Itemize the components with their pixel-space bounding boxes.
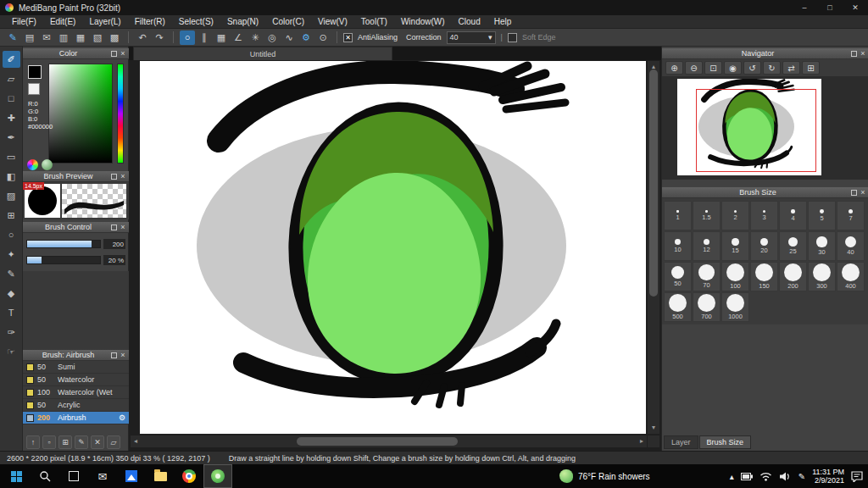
- brush-item-watercolor-wet[interactable]: 100 Watercolor (Wet: [23, 386, 129, 399]
- horizontal-scroll-thumb[interactable]: [297, 437, 458, 446]
- brush-mode-icon[interactable]: ✎: [5, 30, 20, 45]
- horizontal-scrollbar[interactable]: ◂ ▸: [131, 435, 647, 447]
- draw-tool[interactable]: ✑: [3, 324, 20, 341]
- duplicate-brush-button[interactable]: ⊞: [58, 435, 72, 449]
- brush-size-option[interactable]: 50: [664, 262, 692, 291]
- minimize-button[interactable]: –: [792, 0, 817, 15]
- snap-vanishing-button[interactable]: ∠: [231, 30, 246, 45]
- brush-size-option[interactable]: 3: [750, 201, 778, 230]
- brush-size-option[interactable]: 40: [837, 231, 865, 261]
- maximize-button[interactable]: □: [817, 0, 843, 15]
- navigator-view-rectangle[interactable]: [696, 89, 816, 172]
- redo-button[interactable]: ↷: [152, 30, 167, 45]
- menu-help[interactable]: Help: [487, 17, 519, 26]
- palette-icon[interactable]: [42, 159, 53, 170]
- brush-size-option[interactable]: 70: [693, 262, 721, 291]
- document-tab[interactable]: Untitled: [133, 47, 392, 60]
- photos-app-button[interactable]: [117, 464, 146, 488]
- tab-layer[interactable]: Layer: [664, 435, 698, 449]
- flip-view-button[interactable]: ⇄: [782, 61, 800, 75]
- close-icon[interactable]: ×: [860, 50, 866, 57]
- menu-window[interactable]: Window(W): [394, 17, 452, 26]
- brush-size-option[interactable]: 700: [693, 292, 721, 322]
- menu-filter[interactable]: Filter(R): [128, 17, 172, 26]
- shape-tool[interactable]: ▭: [3, 148, 20, 165]
- popout-icon[interactable]: [111, 51, 117, 57]
- edit-brush-button[interactable]: ✎: [75, 435, 88, 449]
- delete-brush-button[interactable]: ✕: [91, 435, 104, 449]
- hand-tool[interactable]: ☞: [3, 343, 20, 360]
- layout-icon[interactable]: ▩: [107, 30, 122, 45]
- snap-circle-button[interactable]: ◎: [264, 30, 280, 45]
- brush-size-slider[interactable]: [26, 240, 101, 248]
- undo-button[interactable]: ↶: [135, 30, 150, 45]
- vertical-scroll-thumb[interactable]: [649, 69, 658, 297]
- brush-item-sumi[interactable]: 50 Sumi: [23, 361, 129, 374]
- brush-size-option[interactable]: 1000: [721, 292, 749, 322]
- taskbar-clock[interactable]: 11:31 PM 2/9/2021: [812, 468, 844, 485]
- popout-icon[interactable]: [111, 225, 117, 230]
- hue-slider[interactable]: [117, 64, 124, 164]
- background-color-swatch[interactable]: [28, 83, 40, 95]
- stamp-tool[interactable]: ◆: [3, 285, 20, 302]
- medibang-taskbar-button[interactable]: [203, 464, 232, 488]
- brush-size-option[interactable]: 5: [808, 201, 836, 230]
- close-icon[interactable]: ×: [120, 173, 126, 180]
- menu-edit[interactable]: Edit(E): [43, 17, 83, 26]
- comment-icon[interactable]: ✉: [39, 30, 54, 45]
- antialiasing-checkbox[interactable]: ✕: [343, 33, 353, 42]
- menu-layer[interactable]: Layer(L): [82, 17, 127, 26]
- brush-item-acrylic[interactable]: 50 Acrylic: [23, 399, 129, 412]
- lasso-tool[interactable]: ○: [3, 226, 20, 243]
- brush-size-option[interactable]: 100: [721, 262, 749, 291]
- chrome-button[interactable]: [175, 464, 203, 488]
- popout-icon[interactable]: [111, 174, 117, 180]
- canvas[interactable]: [140, 61, 646, 434]
- eraser-tool[interactable]: ▱: [3, 70, 20, 87]
- mail-app-button[interactable]: ✉: [88, 464, 117, 488]
- menu-snap[interactable]: Snap(N): [220, 17, 265, 26]
- fit-view-button[interactable]: ⊡: [704, 61, 722, 75]
- popout-icon[interactable]: [851, 190, 857, 196]
- gradient-tool[interactable]: ▨: [3, 187, 20, 204]
- brush-opacity-slider[interactable]: [26, 256, 101, 264]
- brush-item-watercolor[interactable]: 50 Watercolor: [23, 374, 129, 386]
- menu-cloud[interactable]: Cloud: [452, 17, 487, 26]
- search-button[interactable]: [31, 464, 59, 488]
- soft-edge-checkbox[interactable]: [508, 33, 517, 42]
- new-brush-button[interactable]: ▫: [42, 435, 56, 449]
- settings-button[interactable]: ⊙: [315, 30, 331, 45]
- start-button[interactable]: [2, 464, 31, 488]
- close-icon[interactable]: ×: [120, 50, 126, 57]
- scroll-left-icon[interactable]: ◂: [131, 435, 141, 447]
- zoom-in-button[interactable]: ⊕: [665, 61, 683, 75]
- rotate-ccw-button[interactable]: ↺: [743, 61, 761, 75]
- scroll-down-icon[interactable]: ▾: [648, 422, 659, 434]
- move-tool[interactable]: ✚: [3, 109, 20, 126]
- menu-tool[interactable]: Tool(T): [354, 17, 394, 26]
- tab-brush-size[interactable]: Brush Size: [699, 435, 752, 449]
- hidden-icons-chevron[interactable]: ▴: [730, 472, 734, 481]
- pen-tool[interactable]: ✒: [3, 129, 20, 146]
- save-icon[interactable]: ▤: [22, 30, 37, 45]
- sync-up-button[interactable]: ↑: [26, 435, 40, 449]
- brush-size-option[interactable]: 2: [721, 201, 749, 230]
- correction-select[interactable]: 40 ▾: [447, 31, 496, 44]
- text-tool[interactable]: T: [3, 304, 20, 321]
- brush-size-option[interactable]: 30: [808, 231, 836, 261]
- snap-off-button[interactable]: ○: [180, 30, 195, 45]
- marquee-select-tool[interactable]: □: [3, 90, 20, 107]
- color-wheel-icon[interactable]: [27, 159, 38, 170]
- navigator-thumbnail[interactable]: [677, 79, 821, 175]
- zoom-out-button[interactable]: ⊖: [685, 61, 703, 75]
- brush-size-option[interactable]: 300: [808, 262, 836, 291]
- brush-size-option[interactable]: 7: [837, 201, 865, 230]
- battery-icon[interactable]: [741, 473, 753, 480]
- close-icon[interactable]: ×: [120, 352, 126, 358]
- brush-tool[interactable]: ✐: [3, 51, 20, 68]
- snap-settings-button[interactable]: ⚙: [298, 30, 314, 45]
- brush-size-option[interactable]: 10: [664, 231, 692, 261]
- vertical-scrollbar[interactable]: ▴ ▾: [648, 61, 659, 434]
- menu-select[interactable]: Select(S): [172, 17, 220, 26]
- brush-size-option[interactable]: 15: [721, 231, 749, 261]
